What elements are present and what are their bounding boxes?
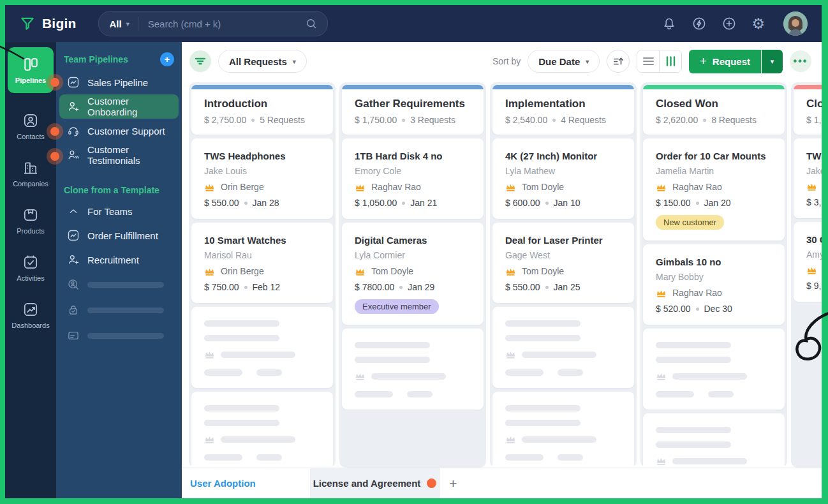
stage-amount: $ 2,620.00 bbox=[656, 115, 698, 125]
pipeline-item-customer-support[interactable]: Customer Support bbox=[59, 119, 179, 143]
stage-amount: $ 1,750.00 bbox=[355, 115, 397, 125]
deal-amount: $ 1,050.00 bbox=[355, 198, 397, 208]
deal-card[interactable]: 10 Smart Watches Marisol Rau Orin Berge … bbox=[191, 223, 333, 303]
rail-item-label: Pipelines bbox=[15, 77, 46, 84]
sort-field-value: Due Date bbox=[538, 56, 580, 67]
clone-item-recruitment[interactable]: Recruitment bbox=[59, 248, 179, 272]
column-header[interactable]: Clo $ 1,6 bbox=[794, 85, 822, 135]
sidebar-item-pipelines[interactable]: Pipelines bbox=[8, 47, 54, 93]
sidebar-item-companies[interactable]: Companies bbox=[13, 159, 48, 188]
companies-building-icon bbox=[22, 159, 39, 176]
stage-count: 8 Requests bbox=[711, 115, 757, 125]
add-pipeline-button[interactable]: + bbox=[160, 52, 174, 66]
kanban-view-button[interactable] bbox=[660, 50, 681, 72]
skeleton-bar bbox=[505, 405, 580, 411]
add-tab-button[interactable]: + bbox=[440, 468, 467, 498]
owner-crown-icon bbox=[505, 267, 516, 276]
request-view-dropdown[interactable]: All Requests ▾ bbox=[218, 50, 307, 73]
deal-card[interactable]: TWS Jake $ 3, bbox=[794, 138, 822, 218]
dot-separator bbox=[552, 119, 556, 122]
stage-amount: $ 2,540.00 bbox=[505, 115, 547, 125]
sidebar-item-products[interactable]: Products bbox=[17, 207, 44, 235]
quick-add-plus-icon[interactable] bbox=[721, 16, 737, 31]
list-view-icon bbox=[643, 57, 654, 66]
skeleton-bar bbox=[355, 391, 393, 397]
bigin-logo[interactable]: Bigin bbox=[19, 15, 77, 32]
skeleton-card bbox=[191, 307, 333, 388]
skeleton-bar bbox=[656, 342, 731, 348]
stage-column-closed-partial: Clo $ 1,6 TWS Jake $ 3, 30 C Amy bbox=[791, 82, 822, 468]
clone-item-order-fulfillment[interactable]: Order Fulfillment bbox=[59, 223, 179, 248]
sort-direction-button[interactable] bbox=[607, 50, 630, 73]
clone-item-for-teams[interactable]: For Teams bbox=[59, 199, 179, 223]
deal-card[interactable]: 1TB Hard Disk 4 no Emory Cole Raghav Rao… bbox=[342, 138, 484, 219]
owner-crown-icon bbox=[505, 350, 516, 359]
deal-card[interactable]: TWS Headphones Jake Louis Orin Berge $ 5… bbox=[191, 138, 333, 219]
search-input[interactable] bbox=[138, 19, 305, 29]
tag-pill[interactable]: New customer bbox=[656, 215, 724, 230]
user-avatar[interactable] bbox=[783, 11, 808, 36]
trend-chart-icon bbox=[67, 229, 80, 242]
deal-card[interactable]: Deal for Laser Printer Gage West Tom Doy… bbox=[492, 223, 634, 303]
search-icon bbox=[305, 17, 327, 30]
stage-column-introduction: Introduction $ 2,750.00 5 Requests TWS H… bbox=[189, 82, 336, 468]
clone-item-label: For Teams bbox=[87, 206, 133, 217]
dot-separator bbox=[251, 119, 255, 122]
list-view-button[interactable] bbox=[637, 50, 659, 72]
deal-card[interactable]: Order for 10 Car Mounts Jamelia Martin R… bbox=[643, 138, 785, 241]
tab-user-adoption[interactable]: User Adoption bbox=[182, 468, 311, 498]
sidebar-item-activities[interactable]: Activities bbox=[17, 254, 44, 282]
skeleton-bar bbox=[204, 320, 279, 327]
column-header[interactable]: Gather Requirements $ 1,750.00 3 Request… bbox=[342, 85, 484, 135]
panel-skeleton-row bbox=[59, 272, 179, 297]
more-options-button[interactable]: ••• bbox=[790, 50, 811, 72]
tag-pill[interactable]: Executive member bbox=[355, 299, 439, 314]
stage-title: Clo bbox=[806, 98, 822, 110]
stage-title: Gather Requirements bbox=[355, 98, 484, 110]
tab-label: User Adoption bbox=[190, 478, 256, 489]
skeleton-bar bbox=[656, 441, 731, 448]
boost-lightning-icon[interactable] bbox=[691, 16, 707, 31]
skeleton-card bbox=[643, 329, 785, 410]
pipeline-item-label: Customer Support bbox=[87, 126, 165, 137]
notifications-bell-icon[interactable] bbox=[662, 16, 677, 31]
column-header[interactable]: Closed Won $ 2,620.00 8 Requests bbox=[643, 85, 785, 135]
deal-due-date: Jan 21 bbox=[410, 198, 437, 208]
stage-amount: $ 2,750.00 bbox=[204, 115, 246, 125]
deal-card[interactable]: Digital Cameras Lyla Cormier Tom Doyle $… bbox=[342, 223, 484, 325]
pipeline-item-customer-testimonials[interactable]: Customer Testimonials bbox=[59, 143, 179, 167]
contacts-person-icon bbox=[22, 112, 39, 129]
person-quote-icon bbox=[67, 149, 80, 161]
panel-skeleton-row bbox=[59, 297, 179, 323]
pipeline-item-customer-onboarding[interactable]: Customer Onboarding bbox=[59, 94, 179, 119]
chevron-down-icon: ▾ bbox=[126, 20, 129, 27]
sort-by-label: Sort by bbox=[492, 56, 521, 66]
skeleton-bar bbox=[672, 458, 747, 464]
add-request-dropdown[interactable]: ▾ bbox=[762, 50, 783, 73]
deal-card[interactable]: 30 C Amy $ 9, bbox=[794, 222, 822, 302]
sidebar-item-contacts[interactable]: Contacts bbox=[17, 112, 44, 140]
brand-name: Bigin bbox=[42, 16, 77, 31]
skeleton-bar bbox=[672, 373, 747, 380]
clone-item-label: Recruitment bbox=[87, 255, 139, 265]
deal-due-date: Jan 25 bbox=[554, 282, 580, 292]
deal-card[interactable]: 4K (27 Inch) Monitor Lyla Mathew Tom Doy… bbox=[492, 138, 634, 219]
sort-field-dropdown[interactable]: Due Date ▾ bbox=[528, 50, 600, 73]
search-scope-dropdown[interactable]: All ▾ bbox=[99, 19, 138, 29]
filter-funnel-icon bbox=[195, 56, 206, 67]
skeleton-bar bbox=[204, 405, 279, 411]
column-header[interactable]: Implementation $ 2,540.00 4 Requests bbox=[492, 85, 634, 135]
deal-amount: $ 9, bbox=[806, 281, 821, 291]
pipeline-item-label: Sales Pipeline bbox=[87, 77, 148, 88]
settings-gear-icon[interactable]: ⚙ bbox=[751, 17, 765, 31]
pipeline-item-sales[interactable]: Sales Pipeline bbox=[59, 70, 179, 94]
skeleton-card bbox=[342, 329, 484, 410]
sidebar-item-dashboards[interactable]: Dashboards bbox=[11, 301, 49, 329]
tab-license-and-agreement[interactable]: License and Agreement bbox=[311, 468, 440, 498]
deal-due-date: Dec 30 bbox=[704, 304, 732, 314]
deal-card[interactable]: Gimbals 10 no Mary Bobby Raghav Rao $ 52… bbox=[643, 244, 785, 325]
filter-button[interactable] bbox=[189, 50, 211, 72]
deal-owner: Orin Berge bbox=[221, 182, 264, 192]
add-request-button[interactable]: + Request bbox=[689, 50, 761, 73]
column-header[interactable]: Introduction $ 2,750.00 5 Requests bbox=[191, 85, 333, 135]
